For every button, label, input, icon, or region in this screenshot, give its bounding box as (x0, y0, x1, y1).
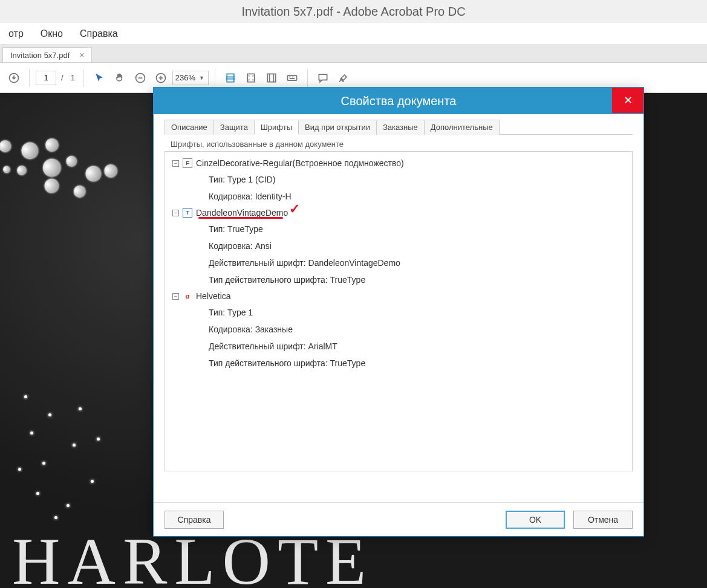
toolbar-separator (215, 69, 215, 87)
fit-page-icon[interactable] (242, 69, 260, 87)
font-entry[interactable]: − a Helvetica (165, 288, 632, 304)
menu-item-view[interactable]: отр (0, 25, 32, 43)
menu-item-window[interactable]: Окно (32, 25, 71, 43)
font-property: Действительный шрифт: DandeleonVintageDe… (165, 254, 632, 271)
collapse-icon[interactable]: − (172, 210, 179, 216)
svg-rect-4 (247, 74, 255, 82)
dialog-tabs: Описание Защита Шрифты Вид при открытии … (165, 119, 633, 135)
fonts-listbox[interactable]: − F CinzelDecorative-Regular(Встроенное … (165, 151, 633, 471)
dialog-title: Свойства документа (341, 94, 457, 108)
dialog-footer: Справка OK Отмена (154, 502, 643, 536)
tab-security[interactable]: Защита (213, 120, 255, 135)
chevron-down-icon: ▼ (195, 75, 204, 81)
zoom-out-icon[interactable] (131, 69, 149, 87)
collapse-icon[interactable]: − (172, 293, 179, 300)
page-number-input[interactable] (36, 71, 56, 85)
tab-custom[interactable]: Заказные (376, 120, 425, 135)
font-property: Тип: TrueType (165, 221, 632, 237)
app-title: Invitation 5x7.pdf - Adobe Acrobat Pro D… (241, 5, 465, 19)
menu-item-help[interactable]: Справка (71, 25, 126, 43)
font-name: CinzelDecorative-Regular(Встроенное подм… (196, 157, 404, 170)
font-type-icon: F (183, 158, 192, 168)
page-total: 1 (68, 73, 77, 82)
comment-icon[interactable] (314, 69, 332, 87)
font-property: Кодировка: Ansi (165, 237, 632, 254)
selection-tool-icon[interactable] (90, 69, 108, 87)
toolbar-separator (307, 69, 308, 87)
document-tab[interactable]: Invitation 5x7.pdf × (2, 47, 92, 62)
dialog-close-button[interactable]: ✕ (612, 88, 643, 113)
font-property: Тип действительного шрифта: TrueType (165, 355, 632, 372)
font-property: Кодировка: Identity-H (165, 188, 632, 205)
dialog-body: Описание Защита Шрифты Вид при открытии … (154, 114, 643, 471)
toolbar-separator (83, 69, 84, 87)
keyboard-icon[interactable] (283, 69, 301, 87)
font-entry[interactable]: − F CinzelDecorative-Regular(Встроенное … (165, 155, 632, 171)
tab-description[interactable]: Описание (165, 120, 214, 135)
document-tab-label: Invitation 5x7.pdf (10, 51, 70, 60)
dialog-titlebar[interactable]: Свойства документа ✕ (154, 88, 643, 114)
sign-icon[interactable] (334, 69, 353, 87)
font-property: Тип: Type 1 (165, 304, 632, 321)
fit-width-icon[interactable] (221, 69, 239, 87)
font-property: Тип: Type 1 (CID) (165, 171, 632, 188)
zoom-level-value: 236% (175, 73, 195, 82)
fonts-fieldset-label: Шрифты, использованные в данном документ… (171, 140, 633, 149)
font-property: Действительный шрифт: ArialMT (165, 338, 632, 355)
save-icon[interactable] (5, 69, 23, 87)
font-property: Тип действительного шрифта: TrueType (165, 271, 632, 288)
zoom-in-icon[interactable] (152, 69, 170, 87)
app-titlebar: Invitation 5x7.pdf - Adobe Acrobat Pro D… (0, 0, 707, 23)
hand-tool-icon[interactable] (111, 69, 129, 87)
tab-fonts[interactable]: Шрифты (254, 120, 299, 135)
annotation-checkmark: ✓ (289, 202, 300, 216)
page-separator: / (59, 73, 66, 82)
svg-rect-5 (267, 74, 275, 82)
collapse-icon[interactable]: − (172, 160, 179, 167)
document-tabbar: Invitation 5x7.pdf × (0, 45, 707, 63)
close-icon: ✕ (624, 94, 633, 107)
help-button[interactable]: Справка (165, 511, 224, 529)
close-tab-icon[interactable]: × (79, 50, 84, 60)
font-type-icon: T (183, 208, 192, 218)
document-properties-dialog: Свойства документа ✕ Описание Защита Шри… (153, 87, 644, 537)
font-entry[interactable]: − T DandeleonVintageDemo ✓ (165, 205, 632, 221)
zoom-level-select[interactable]: 236% ▼ (172, 71, 209, 85)
fullscreen-icon[interactable] (262, 69, 281, 87)
annotation-underline (198, 217, 283, 219)
font-type-icon: a (183, 291, 192, 301)
cancel-button[interactable]: Отмена (573, 511, 633, 529)
tab-initial-view[interactable]: Вид при открытии (298, 120, 377, 135)
svg-rect-3 (227, 74, 234, 82)
font-name: Helvetica (196, 289, 231, 303)
tab-advanced[interactable]: Дополнительные (424, 120, 500, 135)
toolbar-separator (29, 69, 30, 87)
menubar: отр Окно Справка (0, 23, 707, 45)
ok-button[interactable]: OK (506, 511, 565, 529)
font-property: Кодировка: Заказные (165, 321, 632, 338)
